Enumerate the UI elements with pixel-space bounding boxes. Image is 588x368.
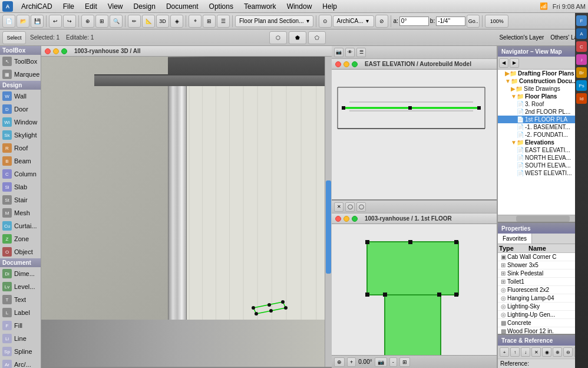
- toolbox-slab[interactable]: Sl Slab: [0, 180, 41, 193]
- fp-zoom-out[interactable]: -: [389, 357, 397, 367]
- floorplan-scene[interactable]: [332, 224, 497, 355]
- toolbox-window[interactable]: Wi Window: [0, 116, 41, 129]
- select-btn[interactable]: Select: [2, 31, 26, 44]
- 3d-scroll-v[interactable]: [325, 57, 332, 367]
- coord-b-input[interactable]: [436, 17, 465, 26]
- toolbox-zone[interactable]: Z Zone: [0, 232, 41, 245]
- elev-layers-btn[interactable]: ☰: [356, 48, 366, 57]
- coord-a-input[interactable]: [399, 17, 429, 26]
- toolbar-layer[interactable]: ☰: [217, 15, 230, 28]
- toolbox-fill[interactable]: F Fill: [0, 319, 41, 332]
- toolbar-redo[interactable]: ↪: [63, 15, 76, 28]
- toolbox-label[interactable]: L Label: [0, 306, 41, 319]
- toolbox-marquee[interactable]: ▦ Marquee: [0, 68, 41, 81]
- elev-maximize-btn[interactable]: [352, 61, 358, 67]
- 3d-minimize-btn[interactable]: [53, 48, 59, 54]
- toolbar-undo[interactable]: ↩: [49, 15, 62, 28]
- nav-hscroll-thumb[interactable]: [516, 216, 570, 222]
- trace-btn-2[interactable]: ↑: [510, 347, 520, 357]
- fp-zoom-camera[interactable]: 📷: [375, 357, 387, 367]
- trace-btn-6[interactable]: ⊕: [553, 347, 562, 357]
- toolbar-search[interactable]: 🔍: [110, 15, 123, 28]
- toolbox-dime[interactable]: Di Dime...: [0, 267, 41, 280]
- toolbox-skylight[interactable]: Sk Skylight: [0, 129, 41, 142]
- nav-forward-btn[interactable]: ▶: [510, 58, 519, 68]
- elev-eye-btn[interactable]: 👁: [345, 48, 355, 57]
- menu-options[interactable]: Options: [204, 1, 238, 12]
- menu-design[interactable]: Design: [129, 1, 160, 12]
- toolbar-save[interactable]: 💾: [31, 15, 44, 28]
- nav-back-btn[interactable]: ◀: [499, 58, 508, 68]
- toolbox-text[interactable]: T Text: [0, 293, 41, 306]
- toolbox-beam[interactable]: B Beam: [0, 155, 41, 167]
- tab-favorites[interactable]: Favorites: [498, 234, 532, 244]
- scene-3d[interactable]: [41, 57, 332, 367]
- 3d-maximize-btn[interactable]: [61, 48, 67, 54]
- fp-btn2[interactable]: ◯: [345, 202, 355, 212]
- toolbox-wall[interactable]: W Wall: [0, 90, 41, 103]
- menu-edit[interactable]: Edit: [80, 1, 102, 12]
- menu-file[interactable]: File: [58, 1, 79, 12]
- toolbox-door[interactable]: D Door: [0, 103, 41, 116]
- toolbar-open[interactable]: 📂: [16, 15, 29, 28]
- view-dropdown[interactable]: Floor Plan and Section... ▾: [235, 15, 313, 27]
- toolbar-snap[interactable]: ⌖: [189, 15, 201, 28]
- trace-btn-4[interactable]: ✕: [531, 347, 541, 357]
- menu-archicad[interactable]: ArchiCAD: [16, 1, 57, 12]
- fp-maximize-btn[interactable]: [352, 216, 358, 222]
- trace-btn-5[interactable]: ◉: [542, 347, 551, 357]
- toolbox-mesh[interactable]: M Mesh: [0, 206, 41, 219]
- toolbar-profile[interactable]: ⊙: [319, 15, 332, 28]
- toolbox-curtain[interactable]: Cu Curtai...: [0, 219, 41, 232]
- toolbar-grid[interactable]: ⊞: [203, 15, 216, 28]
- menu-teamwork[interactable]: Teamwork: [239, 1, 281, 12]
- toolbox-spline[interactable]: Sp Spline: [0, 345, 41, 358]
- toolbar-filter[interactable]: ⊘: [375, 15, 388, 28]
- fp-zoom-in[interactable]: +: [347, 357, 356, 367]
- elev-camera-btn[interactable]: 📷: [334, 48, 343, 57]
- toolbar-render[interactable]: ◈: [170, 15, 183, 28]
- elevation-scene[interactable]: [332, 70, 497, 199]
- dock-photoshop[interactable]: Ps: [576, 80, 587, 91]
- toolbox-arc[interactable]: Ar Arc/...: [0, 358, 41, 368]
- elev-close-btn[interactable]: [335, 61, 341, 67]
- fp-fullscreen[interactable]: ⊞: [399, 357, 410, 367]
- toolbar-3d[interactable]: 3D: [156, 15, 169, 28]
- trace-btn-3[interactable]: ↓: [521, 347, 530, 357]
- toolbar-pencil[interactable]: ✏: [128, 15, 141, 28]
- menu-view[interactable]: View: [103, 1, 128, 12]
- trace-btn-1[interactable]: +: [500, 347, 509, 357]
- toolbar-paste[interactable]: ⊞: [95, 15, 108, 28]
- archicad-dropdown[interactable]: ArchiCA... ▾: [333, 15, 374, 27]
- dock-archicad[interactable]: A: [576, 28, 587, 39]
- fp-close-btn[interactable]: [335, 216, 341, 222]
- dock-calendar[interactable]: C: [576, 41, 587, 52]
- 3d-scroll-thumb[interactable]: [326, 180, 331, 274]
- menu-window[interactable]: Window: [282, 1, 317, 12]
- fp-btn3[interactable]: ◯: [356, 202, 366, 212]
- dock-bridge[interactable]: Br: [576, 67, 587, 78]
- elev-minimize-btn[interactable]: [343, 61, 349, 67]
- toolbox-roof[interactable]: R Roof: [0, 142, 41, 155]
- toolbox-column[interactable]: C Column: [0, 167, 41, 180]
- trace-btn-7[interactable]: ⊖: [563, 347, 573, 357]
- select-shape-1[interactable]: ⬡: [269, 31, 287, 44]
- select-shape-2[interactable]: ⬟: [289, 31, 306, 44]
- toolbox-object[interactable]: O Object: [0, 245, 41, 258]
- toolbar-copy[interactable]: ⊕: [81, 15, 94, 28]
- toolbar-new[interactable]: 📄: [2, 15, 15, 28]
- fp-close-btn2[interactable]: ✕: [334, 202, 343, 212]
- fp-minimize-btn[interactable]: [343, 216, 349, 222]
- dock-finder[interactable]: F: [576, 15, 587, 26]
- fp-zoom-fit[interactable]: ⊕: [334, 357, 345, 367]
- 3d-close-btn[interactable]: [45, 48, 51, 54]
- select-shape-3[interactable]: ⬠: [308, 31, 326, 44]
- menu-help[interactable]: Help: [318, 1, 342, 12]
- toolbox-line[interactable]: Li Line: [0, 332, 41, 345]
- dock-itunes[interactable]: ♪: [576, 54, 587, 65]
- toolbar-measure[interactable]: 📐: [142, 15, 155, 28]
- toolbox-stair[interactable]: St Stair: [0, 193, 41, 206]
- toolbox-arrow[interactable]: ↖ ToolBox: [0, 55, 41, 68]
- toolbar-map[interactable]: Go..: [467, 15, 480, 28]
- toolbox-level[interactable]: Lv Level...: [0, 280, 41, 293]
